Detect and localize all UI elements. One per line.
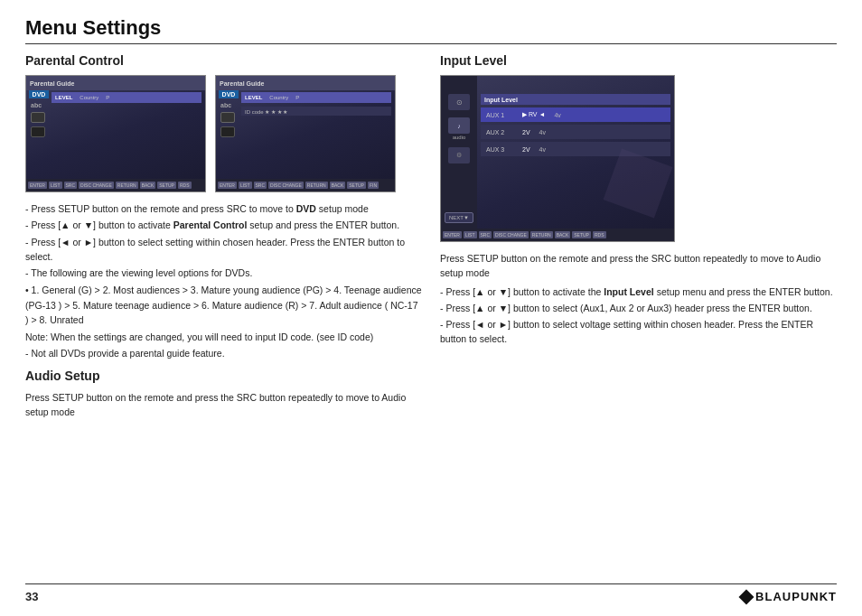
audio-setup-title: Audio Setup bbox=[25, 369, 422, 383]
il-aux2-label: AUX 2 bbox=[486, 129, 513, 135]
pc-line-4: - The following are the viewing level op… bbox=[25, 266, 422, 280]
pc-bullet-1: • 1. General (G) > 2. Most audiences > 3… bbox=[25, 283, 422, 327]
il-btn-return: RETURN bbox=[530, 231, 553, 238]
left-column: Parental Control Parental Guide DVD abc bbox=[25, 53, 422, 583]
il-row-aux1: AUX 1 ▶ RV ◄ 4v bbox=[481, 107, 670, 122]
pg-topbar-1: Parental Guide bbox=[26, 76, 205, 90]
il-audio-icon: ♪ bbox=[448, 117, 470, 134]
pg-bottom-bar-1: ENTER LIST SRC DISC CHANGE RETURN BACK S… bbox=[26, 179, 205, 191]
pg-title-2: Parental Guide bbox=[220, 80, 264, 87]
dvd-label-1: DVD bbox=[29, 90, 49, 98]
parental-control-title: Parental Control bbox=[25, 53, 422, 68]
main-content: Parental Control Parental Guide DVD abc bbox=[25, 53, 837, 583]
parental-control-body: - Press SETUP button on the remote and p… bbox=[25, 201, 422, 363]
pg-menu-level-2: LEVEL bbox=[245, 95, 262, 100]
il-btn-back: BACK bbox=[555, 231, 571, 238]
pg-btn-setup: SETUP bbox=[157, 182, 176, 189]
pg-btn-src: SRC bbox=[64, 182, 78, 189]
il-header-text: Input Level bbox=[484, 97, 518, 103]
icon-4 bbox=[220, 126, 235, 137]
pg-id-code-bar: ID code ★ ★ ★ ★ bbox=[241, 107, 391, 116]
pg-bottom-bar-2: ENTER LIST SRC DISC CHANGE RETURN BACK S… bbox=[216, 179, 395, 191]
dvd-label-2: DVD bbox=[219, 90, 239, 98]
pg-menu-country-2: Country bbox=[269, 95, 288, 100]
il-btn-list: LIST bbox=[464, 231, 477, 238]
pg-btn-list-2: LIST bbox=[239, 182, 252, 189]
il-btn-setup: SETUP bbox=[572, 231, 591, 238]
pc-line-3: - Press [◄ or ►] button to select settin… bbox=[25, 235, 422, 265]
icon-3 bbox=[220, 112, 235, 123]
pc-bullets: • 1. General (G) > 2. Most audiences > 3… bbox=[25, 283, 422, 327]
pg-btn-setup-2: SETUP bbox=[347, 182, 366, 189]
dvd-icon-area-2: DVD abc bbox=[219, 90, 239, 137]
pg-menu-bar-2: LEVEL Country P bbox=[241, 92, 391, 103]
pg-btn-return: RETURN bbox=[116, 182, 138, 189]
il-settings-icon: ⚙ bbox=[448, 147, 470, 163]
il-aux2-unit: 4v bbox=[539, 129, 546, 135]
icon-1 bbox=[31, 112, 45, 123]
pg-btn-list: LIST bbox=[49, 182, 62, 189]
il-aux1-value: ▶ RV ◄ bbox=[522, 111, 545, 118]
il-sidebar-hdd: ⊙ bbox=[448, 94, 470, 110]
parental-guide-screenshot-1: Parental Guide DVD abc LEVEL bbox=[25, 75, 206, 192]
footer: 33 BLAUPUNKT bbox=[25, 583, 837, 603]
il-aux3-label: AUX 3 bbox=[486, 146, 513, 153]
input-level-title: Input Level bbox=[440, 53, 837, 68]
il-btn-src: SRC bbox=[479, 231, 492, 238]
il-aux1-unit: 4v bbox=[554, 112, 560, 118]
input-level-body: Press SETUP button on the remote and pre… bbox=[440, 251, 837, 349]
il-aux3-unit: 4v bbox=[539, 146, 546, 153]
pg-screen-2: Parental Guide DVD abc LEVEL Country bbox=[216, 76, 395, 191]
pg-btn-return-2: RETURN bbox=[305, 182, 328, 189]
pc-line-2: - Press [▲ or ▼] button to activate Pare… bbox=[25, 218, 422, 232]
pc-note-1: Note: When the settings are changed, you… bbox=[25, 330, 422, 344]
il-header-bar: Input Level bbox=[481, 94, 670, 105]
il-aux3-value: 2V bbox=[522, 146, 530, 153]
pg-screen-1: Parental Guide DVD abc LEVEL bbox=[26, 76, 205, 191]
il-instr-3: - Press [◄ or ►] button to select voltag… bbox=[440, 317, 837, 347]
pg-btn-src-2: SRC bbox=[254, 182, 267, 189]
il-aux2-value: 2V bbox=[522, 129, 530, 135]
icon-2 bbox=[31, 126, 45, 137]
il-btn-disc: DISC CHANGE bbox=[493, 231, 529, 238]
il-settings-symbol: ⚙ bbox=[456, 152, 462, 159]
il-left-sidebar: ⊙ ♪ audio ⚙ bbox=[441, 76, 477, 229]
il-screen: ⊙ ♪ audio ⚙ bbox=[441, 76, 674, 241]
pg-menu-bar-1: LEVEL Country P bbox=[52, 92, 201, 103]
pg-menu-p: P bbox=[106, 95, 109, 100]
il-body-line-1: Press SETUP button on the remote and pre… bbox=[440, 251, 837, 281]
pg-btn-enter-2: ENTER bbox=[218, 182, 237, 189]
il-bottom-bar: ENTER LIST SRC DISC CHANGE RETURN BACK S… bbox=[441, 229, 674, 241]
il-hdd-symbol: ⊙ bbox=[456, 98, 463, 107]
blaupunkt-brand-name: BLAUPUNKT bbox=[755, 590, 837, 603]
il-row-aux2: AUX 2 2V 4v bbox=[481, 125, 670, 139]
right-column: Input Level ⊙ bbox=[440, 53, 837, 583]
pg-topbar-2: Parental Guide bbox=[216, 76, 395, 90]
page-title: Menu Settings bbox=[25, 16, 837, 44]
pg-btn-fin: FIN bbox=[368, 182, 379, 189]
pg-btn-enter: ENTER bbox=[28, 182, 47, 189]
pg-menu-p-2: P bbox=[295, 95, 299, 100]
audio-setup-text: Press SETUP button on the remote and pre… bbox=[25, 390, 422, 420]
blaupunkt-diamond-icon bbox=[739, 589, 754, 604]
il-audio-symbol: ♪ bbox=[457, 123, 461, 129]
page: Menu Settings Parental Control Parental … bbox=[0, 0, 862, 616]
pg-menu-level: LEVEL bbox=[55, 95, 72, 100]
il-next-button[interactable]: NEXT▼ bbox=[445, 212, 473, 223]
pc-line-1: - Press SETUP button on the remote and p… bbox=[25, 201, 422, 216]
il-aux1-label: AUX 1 bbox=[486, 112, 513, 118]
pg-menu-area-1: LEVEL Country P bbox=[52, 92, 201, 106]
audio-setup-section: Audio Setup Press SETUP button on the re… bbox=[25, 369, 422, 422]
il-main-area: Input Level AUX 1 ▶ RV ◄ 4v AUX 2 2V 4 bbox=[477, 90, 674, 229]
pg-btn-rds: RDS bbox=[178, 182, 192, 189]
audio-setup-body: Press SETUP button on the remote and pre… bbox=[25, 390, 422, 420]
pc-note-2: - Not all DVDs provide a parental guide … bbox=[25, 346, 422, 360]
il-sidebar-settings: ⚙ bbox=[448, 147, 470, 163]
il-instr-1: - Press [▲ or ▼] button to activate the … bbox=[440, 285, 837, 299]
pg-id-code-text: ID code ★ ★ ★ ★ bbox=[245, 108, 287, 115]
input-level-screenshot: ⊙ ♪ audio ⚙ bbox=[440, 75, 675, 242]
abc-label-1: abc bbox=[29, 102, 49, 108]
pg-btn-disc-2: DISC CHANGE bbox=[268, 182, 304, 189]
il-bg-shape bbox=[604, 149, 673, 219]
il-instr-2: - Press [▲ or ▼] button to select (Aux1,… bbox=[440, 301, 837, 315]
